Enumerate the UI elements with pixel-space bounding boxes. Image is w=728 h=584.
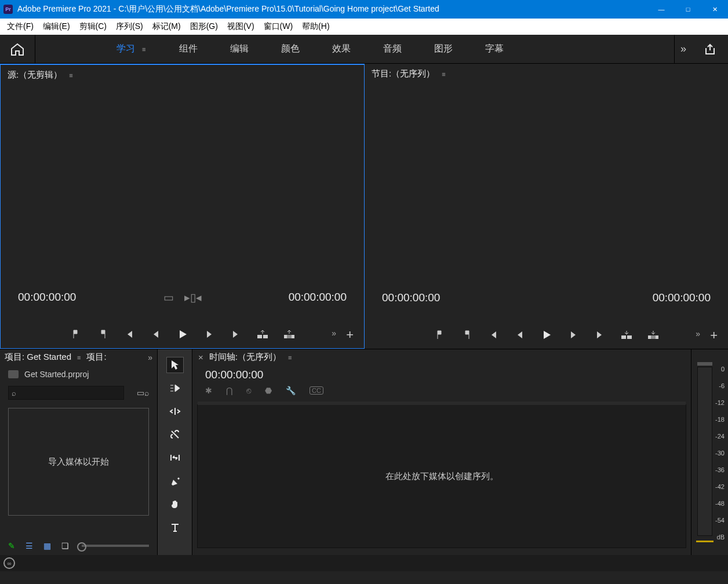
settings-icon[interactable]: 🔧 [286,386,296,395]
insert-icon[interactable] [256,327,270,341]
menu-sequence[interactable]: 序列(S) [111,20,148,34]
mark-out-icon[interactable] [96,327,110,341]
tab-overflow-icon[interactable]: » [148,353,152,362]
svg-rect-4 [621,335,626,339]
transport-more-icon[interactable]: » [696,329,700,338]
timeline-title[interactable]: 时间轴:（无序列） [209,352,281,363]
source-timecode-right[interactable]: 00:00:00:00 [289,291,347,304]
list-view-icon[interactable]: ☰ [26,541,33,550]
zoom-slider[interactable] [82,545,149,547]
creative-cloud-icon[interactable]: ∞ [3,557,15,569]
workspace-graphics[interactable]: 图形 [434,43,453,55]
button-editor-icon[interactable]: + [346,327,354,342]
go-in-icon[interactable] [122,327,136,341]
menu-file[interactable]: 文件(F) [2,20,38,34]
workspace-effects[interactable]: 效果 [332,43,351,55]
close-button[interactable]: ✕ [701,0,728,19]
project-drop-area[interactable]: 导入媒体以开始 [8,408,149,516]
monitors-row: 源:（无剪辑） ≡ 00:00:00:00 ▭ ▸▯◂ 00:00:00:00 … [0,64,728,349]
step-fwd-icon[interactable] [202,327,216,341]
panel-menu-icon[interactable]: ≡ [441,71,446,78]
menu-edit[interactable]: 编辑(E) [38,20,75,34]
workspace-overflow-icon[interactable]: » [675,43,686,55]
type-tool-icon[interactable] [167,520,183,535]
menu-clip[interactable]: 剪辑(C) [75,20,111,34]
menu-view[interactable]: 视图(V) [223,20,259,34]
linked-selection-icon[interactable]: ⎋ [246,386,251,395]
project-tab[interactable]: 项目: Get Started ≡ [5,352,82,363]
menu-marker[interactable]: 标记(M) [148,20,185,34]
project-file-row: Get Started.prproj [0,365,157,384]
overwrite-icon[interactable] [282,327,296,341]
program-view[interactable] [365,82,728,286]
mark-in-icon[interactable] [69,327,83,341]
step-back-icon[interactable] [149,327,163,341]
panel-menu-icon[interactable]: ≡ [287,354,293,361]
menu-window[interactable]: 窗口(W) [259,20,298,34]
extract-icon[interactable] [646,328,660,342]
timeline-timecode[interactable]: 00:00:00:00 [192,365,691,385]
workspace-captions[interactable]: 字幕 [485,43,504,55]
source-timecode-left[interactable]: 00:00:00:00 [18,291,76,304]
program-timecode-left[interactable]: 00:00:00:00 [382,291,440,304]
panel-menu-icon[interactable]: ≡ [68,72,74,79]
half-icon[interactable]: ▸▯◂ [184,291,202,304]
program-panel-tab[interactable]: 节目:（无序列） ≡ [365,65,728,82]
go-out-icon[interactable] [593,328,607,342]
close-tab-icon[interactable]: × [198,352,203,362]
selection-tool-icon[interactable] [167,357,183,373]
step-back-icon[interactable] [513,328,527,342]
panel-menu-icon[interactable]: ≡ [76,354,82,361]
workspace-assembly[interactable]: 组件 [179,43,198,55]
insert-sequence-icon[interactable]: ✱ [205,386,212,395]
snap-icon[interactable]: ⋂ [226,386,232,395]
workspace-learning[interactable]: 学习 ≡ [117,43,147,55]
project-file-name: Get Started.prproj [24,370,89,379]
project-search-input[interactable] [8,386,124,400]
captions-icon[interactable]: CC [310,386,323,395]
slip-tool-icon[interactable] [167,450,183,465]
button-editor-icon[interactable]: + [710,328,718,343]
fit-icon[interactable]: ▭ [163,291,174,304]
export-icon[interactable] [704,43,716,56]
transport-more-icon[interactable]: » [332,329,336,338]
panel-menu-icon[interactable]: ≡ [141,46,147,53]
freeform-view-icon[interactable]: ❏ [61,541,69,550]
meter-ticks: 0-6-12 -18-24-30 -36-42-48 -54dB [715,366,725,541]
menu-help[interactable]: 帮助(H) [297,20,334,34]
program-timecode-right[interactable]: 00:00:00:00 [653,291,711,304]
mark-out-icon[interactable] [460,328,474,342]
workspace-color[interactable]: 颜色 [281,43,300,55]
play-icon[interactable] [176,327,190,341]
razor-tool-icon[interactable] [167,427,183,442]
program-scrub-bar[interactable] [370,309,722,326]
go-in-icon[interactable] [486,328,500,342]
hand-tool-icon[interactable] [167,497,183,512]
workspace-audio[interactable]: 音频 [383,43,402,55]
minimize-button[interactable]: — [648,0,675,19]
home-button[interactable] [0,43,35,56]
new-bin-from-search-icon[interactable]: ▭⌕ [137,388,149,397]
go-out-icon[interactable] [229,327,243,341]
new-item-icon[interactable]: ✎ [8,541,15,550]
maximize-button[interactable]: □ [675,0,701,19]
window-title: Adobe Premiere Pro 2021 - C:\用户\公用\公用文档\… [17,4,648,14]
timeline-drop-area[interactable]: 在此处放下媒体以创建序列。 [197,404,686,548]
audio-meter[interactable]: 0-6-12 -18-24-30 -36-42-48 -54dB [691,349,728,555]
program-timecode-row: 00:00:00:00 00:00:00:00 [365,286,728,309]
menu-graphics[interactable]: 图形(G) [185,20,223,34]
mark-in-icon[interactable] [433,328,447,342]
workspace-editing[interactable]: 编辑 [230,43,249,55]
ripple-edit-tool-icon[interactable] [167,404,183,419]
marker-icon[interactable]: ⬣ [265,386,272,395]
step-fwd-icon[interactable] [566,328,580,342]
lift-icon[interactable] [620,328,634,342]
project-tab-2[interactable]: 项目: [86,352,106,363]
source-view[interactable] [1,83,364,286]
track-select-tool-icon[interactable] [167,381,183,396]
play-icon[interactable] [540,328,554,342]
pen-tool-icon[interactable] [167,473,183,488]
source-scrub-bar[interactable] [6,309,358,325]
source-panel-tab[interactable]: 源:（无剪辑） ≡ [1,66,364,83]
icon-view-icon[interactable]: ▦ [43,541,51,550]
